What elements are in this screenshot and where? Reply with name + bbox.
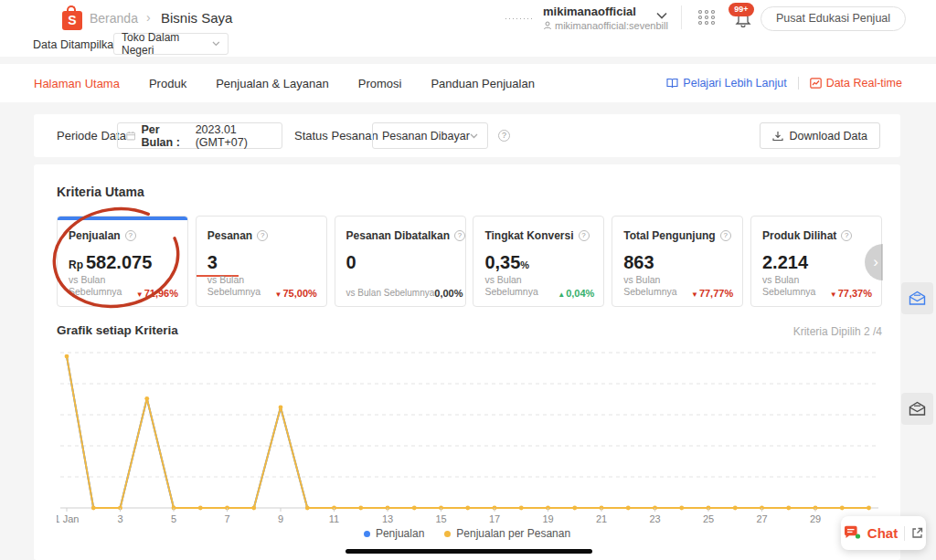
metric-label: Tingkat Konversi xyxy=(484,229,573,242)
svg-text:1 Jan: 1 Jan xyxy=(57,513,79,523)
section-tabbar: Halaman UtamaProdukPenjualan & LayananPr… xyxy=(0,64,936,102)
svg-text:25: 25 xyxy=(703,513,714,523)
chat-divider xyxy=(904,526,905,541)
metric-value: 2.214 xyxy=(762,253,870,271)
status-help-icon[interactable]: ? xyxy=(498,130,510,142)
svg-text:7: 7 xyxy=(224,513,229,523)
help-icon[interactable]: ? xyxy=(720,230,731,241)
tab-promosi[interactable]: Promosi xyxy=(358,77,402,90)
criteria-line-chart: 1 Jan357911131517192123252729 xyxy=(57,347,882,523)
svg-text:13: 13 xyxy=(382,513,393,523)
legend-item-penjualan[interactable]: Penjualan xyxy=(364,527,424,540)
metric-label: Pesanan Dibatalkan xyxy=(346,229,450,242)
breadcrumb-separator: › xyxy=(146,10,151,25)
chevron-down-icon xyxy=(470,133,478,139)
delta-value: ▲0,04% xyxy=(558,288,594,299)
seller-dashboard-page: S Beranda › Bisnis Saya ········ mikiman… xyxy=(0,0,936,560)
order-status-select[interactable]: Pesanan Dibayar xyxy=(372,122,488,149)
inbox-float-button-gray[interactable] xyxy=(901,393,933,425)
compare-label: vs Bulan Sebelumnya xyxy=(69,274,120,299)
download-data-button[interactable]: Download Data xyxy=(760,122,880,149)
metric-label: Pesanan xyxy=(207,229,252,242)
compare-label: vs Bulan Sebelumnya xyxy=(762,274,814,299)
mail-tray-icon xyxy=(909,401,926,417)
graph-title: Grafik setiap Kriteria xyxy=(57,323,178,337)
breadcrumb-home[interactable]: Beranda xyxy=(90,11,138,26)
notification-badge: 99+ xyxy=(729,3,754,16)
metric-card-pesanan-dibatalkan[interactable]: Pesanan Dibatalkan?0vs Bulan Sebelumnya0… xyxy=(335,216,466,307)
metric-value: 0,35% xyxy=(484,253,592,271)
calendar-icon xyxy=(126,130,135,142)
store-scope-dropdown[interactable]: Toko Dalam Negeri xyxy=(113,33,229,55)
metric-label: Produk Dilihat xyxy=(762,229,836,242)
delta-value: ▼71,96% xyxy=(136,288,178,299)
legend-label: Penjualan xyxy=(376,527,424,540)
chevron-down-icon[interactable] xyxy=(656,12,667,19)
help-icon[interactable]: ? xyxy=(841,230,852,241)
chat-bubble-icon xyxy=(844,525,861,541)
svg-text:3: 3 xyxy=(117,513,122,523)
period-mode: Per Bulan : xyxy=(141,123,189,149)
svg-text:15: 15 xyxy=(435,513,446,523)
horizontal-scrollbar[interactable] xyxy=(346,549,592,554)
download-icon xyxy=(772,131,783,142)
realtime-chart-icon xyxy=(810,78,822,89)
analytics-card: Kriteria Utama Penjualan?Rp582.075vs Bul… xyxy=(34,164,900,560)
seller-education-button[interactable]: Pusat Edukasi Penjual xyxy=(760,6,906,31)
legend-dot xyxy=(444,531,451,537)
legend-item-penjualan-per-pesanan[interactable]: Penjualan per Pesanan xyxy=(444,527,570,540)
realtime-data-link[interactable]: Data Real-time xyxy=(810,77,902,90)
help-icon[interactable]: ? xyxy=(257,230,268,241)
metric-card-produk-dilihat[interactable]: Produk Dilihat?2.214vs Bulan Sebelumnya▼… xyxy=(750,216,882,307)
metric-value: 3 xyxy=(207,253,315,271)
chat-widget[interactable]: Chat xyxy=(841,516,926,550)
user-menu[interactable]: mikimanaofficial mikimanaofficial:sevenb… xyxy=(543,5,668,31)
delta-value: 0,00% xyxy=(434,288,463,299)
tab-halaman-utama[interactable]: Halaman Utama xyxy=(34,77,120,90)
tab-produk[interactable]: Produk xyxy=(149,77,186,90)
svg-text:29: 29 xyxy=(810,513,821,523)
chat-label: Chat xyxy=(867,525,898,541)
period-picker[interactable]: Per Bulan : 2023.01 (GMT+07) xyxy=(117,122,282,149)
metric-card-tingkat-konversi[interactable]: Tingkat Konversi?0,35%vs Bulan Sebelumny… xyxy=(473,216,604,307)
svg-text:27: 27 xyxy=(756,513,767,523)
help-icon[interactable]: ? xyxy=(454,230,465,241)
popout-icon[interactable] xyxy=(911,527,923,539)
display-filter-label: Data Ditampilkan xyxy=(33,38,120,51)
compare-label: vs Bulan Sebelumnya xyxy=(623,274,675,299)
metric-value: Rp582.075 xyxy=(69,253,176,271)
metric-card-pesanan[interactable]: Pesanan?3vs Bulan Sebelumnya▼75,00% xyxy=(196,216,327,307)
metric-value: 0 xyxy=(346,253,454,271)
svg-text:11: 11 xyxy=(329,513,339,523)
help-icon[interactable]: ? xyxy=(125,230,136,241)
header-divider xyxy=(681,5,682,29)
tab-panduan-penjualan[interactable]: Panduan Penjualan xyxy=(431,77,535,90)
svg-text:23: 23 xyxy=(649,513,660,523)
mail-tray-icon xyxy=(909,291,926,306)
tab-penjualan-layanan[interactable]: Penjualan & Layanan xyxy=(216,77,329,90)
inbox-float-button-blue[interactable] xyxy=(901,282,933,314)
svg-text:9: 9 xyxy=(278,513,283,523)
delta-value: ▼77,77% xyxy=(691,288,733,299)
chart-legend: PenjualanPenjualan per Pesanan xyxy=(34,527,900,540)
metric-card-total-pengunjung[interactable]: Total Pengunjung?863vs Bulan Sebelumnya▼… xyxy=(612,216,743,307)
svg-text:21: 21 xyxy=(596,513,607,523)
shopee-logo-icon[interactable]: S xyxy=(62,8,82,30)
apps-grid-icon[interactable] xyxy=(697,9,716,26)
selected-indicator xyxy=(57,217,188,220)
user-subaccount: mikimanaofficial:sevenbill xyxy=(555,20,668,31)
metric-value: 863 xyxy=(623,253,731,271)
legend-label: Penjualan per Pesanan xyxy=(456,527,570,540)
metric-card-penjualan[interactable]: Penjualan?Rp582.075vs Bulan Sebelumnya▼7… xyxy=(57,216,188,307)
learn-more-link[interactable]: Pelajari Lebih Lanjut xyxy=(666,77,786,90)
avatar[interactable]: ········ xyxy=(505,14,534,23)
metric-cards-row: Penjualan?Rp582.075vs Bulan Sebelumnya▼7… xyxy=(57,216,882,307)
criteria-selected-count: Kriteria Dipilih 2 /4 xyxy=(793,325,882,338)
order-status-value: Pesanan Dibayar xyxy=(382,130,470,143)
help-icon[interactable]: ? xyxy=(579,230,590,241)
period-label: Periode Data xyxy=(57,129,126,143)
compare-label: vs Bulan Sebelumnya xyxy=(207,274,259,299)
user-name: mikimanaofficial xyxy=(543,5,668,18)
top-header: S Beranda › Bisnis Saya ········ mikiman… xyxy=(0,0,936,57)
legend-dot xyxy=(364,531,370,537)
